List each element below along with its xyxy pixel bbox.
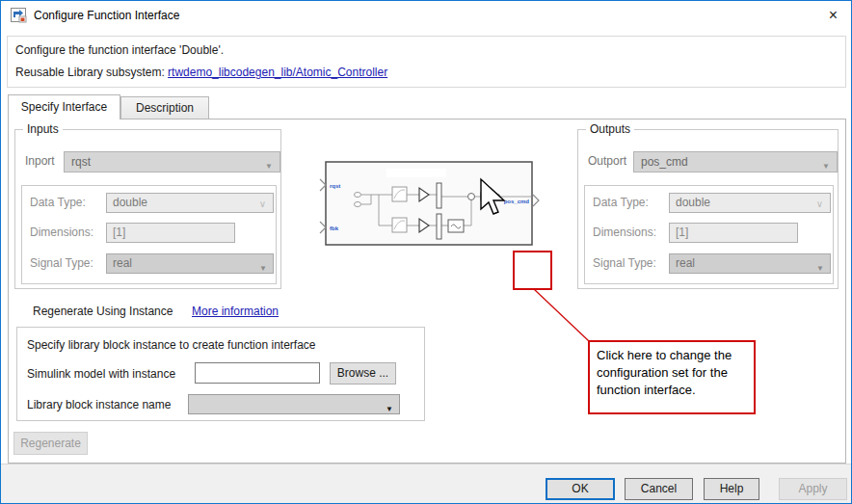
tab-specify-interface[interactable]: Specify Interface bbox=[8, 94, 120, 119]
browse-button[interactable]: Browse ... bbox=[330, 362, 396, 385]
subsystem-line: Reusable Library subsystem: rtwdemo_libc… bbox=[15, 66, 387, 79]
input-data-type-label: Data Type: bbox=[30, 196, 86, 209]
regenerate-button[interactable]: Regenerate bbox=[13, 432, 88, 455]
dropdown-arrow-icon: ▼ bbox=[816, 259, 824, 278]
subsystem-link[interactable]: rtwdemo_libcodegen_lib/Atomic_Controller bbox=[168, 66, 387, 79]
dropdown-arrow-icon: ▼ bbox=[386, 400, 393, 418]
regenerate-checkbox-label: Regenerate Using Instance bbox=[33, 305, 173, 318]
model-with-instance-label: Simulink model with instance bbox=[27, 367, 175, 381]
more-information-link[interactable]: More information bbox=[192, 305, 279, 318]
model-with-instance-input[interactable] bbox=[195, 362, 320, 384]
output-dimensions-field[interactable]: [1] bbox=[669, 223, 798, 243]
apply-button[interactable]: Apply bbox=[779, 478, 847, 500]
outputs-group-title: Outputs bbox=[586, 122, 634, 136]
input-data-type-value: double bbox=[113, 196, 147, 209]
window-title: Configure Function Interface bbox=[34, 9, 179, 22]
diagram-port-rqst: rqst bbox=[330, 183, 340, 189]
tab-description[interactable]: Description bbox=[120, 96, 209, 119]
close-icon[interactable]: × bbox=[829, 6, 838, 25]
output-signal-type-label: Signal Type: bbox=[593, 256, 656, 270]
output-dimensions-label: Dimensions: bbox=[593, 225, 656, 239]
inport-dropdown[interactable]: rqst ▼ bbox=[64, 151, 280, 172]
combo-chevron-icon: ∨ bbox=[259, 195, 266, 213]
input-data-type-combo[interactable]: double ∨ bbox=[106, 193, 274, 213]
input-dimensions-field[interactable]: [1] bbox=[106, 223, 235, 243]
dropdown-arrow-icon: ▼ bbox=[259, 259, 267, 278]
instance-name-label: Library block instance name bbox=[27, 398, 171, 411]
output-data-type-value: double bbox=[676, 196, 710, 209]
cancel-button[interactable]: Cancel bbox=[625, 478, 693, 500]
simulink-dialog-icon bbox=[11, 8, 28, 23]
output-data-type-label: Data Type: bbox=[593, 196, 649, 209]
output-data-type-combo[interactable]: double ∨ bbox=[669, 193, 831, 213]
header-panel: Configure the function interface 'Double… bbox=[7, 36, 846, 88]
instance-name-dropdown[interactable]: ▼ bbox=[188, 394, 400, 414]
combo-chevron-icon: ∨ bbox=[816, 195, 823, 213]
input-signal-type-dropdown[interactable]: real ▼ bbox=[106, 253, 274, 274]
instance-groupbox: Specify library block instance to create… bbox=[16, 327, 425, 421]
subsystem-diagram: rqst fbk pos_cmd bbox=[319, 158, 541, 250]
outport-dropdown[interactable]: pos_cmd ▼ bbox=[633, 151, 838, 172]
diagram-port-fbk: fbk bbox=[330, 225, 339, 231]
output-signal-type-value: real bbox=[676, 256, 695, 270]
dropdown-arrow-icon: ▼ bbox=[822, 157, 830, 176]
ok-button[interactable]: OK bbox=[546, 478, 615, 500]
callout-connector-line bbox=[531, 287, 593, 345]
title-bar: Configure Function Interface × bbox=[1, 1, 851, 30]
input-dimensions-label: Dimensions: bbox=[30, 225, 93, 239]
output-signal-type-dropdown[interactable]: real ▼ bbox=[669, 253, 831, 274]
callout-annotation: Click here to change the configuration s… bbox=[588, 340, 756, 414]
outport-value: pos_cmd bbox=[641, 155, 688, 169]
dropdown-arrow-icon: ▼ bbox=[265, 157, 273, 176]
outputs-attrs-box: Data Type: double ∨ Dimensions: [1] Sign… bbox=[584, 185, 834, 284]
configure-function-interface-dialog: Configure Function Interface × Configure… bbox=[0, 0, 852, 504]
input-signal-type-label: Signal Type: bbox=[30, 256, 93, 270]
dialog-description: Configure the function interface 'Double… bbox=[15, 43, 224, 57]
instance-box-heading: Specify library block instance to create… bbox=[27, 338, 315, 352]
inport-value: rqst bbox=[71, 155, 91, 169]
inputs-attrs-box: Data Type: double ∨ Dimensions: [1] Sign… bbox=[21, 185, 277, 284]
help-button[interactable]: Help bbox=[704, 478, 759, 500]
inport-label: Inport bbox=[25, 154, 55, 168]
callout-highlight-rect bbox=[513, 251, 552, 290]
subsystem-label: Reusable Library subsystem: bbox=[15, 66, 165, 79]
diagram-port-pos-cmd: pos_cmd bbox=[504, 199, 530, 204]
input-signal-type-value: real bbox=[113, 256, 132, 270]
outport-label: Outport bbox=[588, 154, 626, 168]
inputs-group-title: Inputs bbox=[23, 122, 63, 136]
inputs-groupbox: Inputs Inport rqst ▼ Data Type: double ∨… bbox=[14, 129, 281, 289]
outputs-groupbox: Outputs Outport pos_cmd ▼ Data Type: dou… bbox=[577, 129, 839, 289]
